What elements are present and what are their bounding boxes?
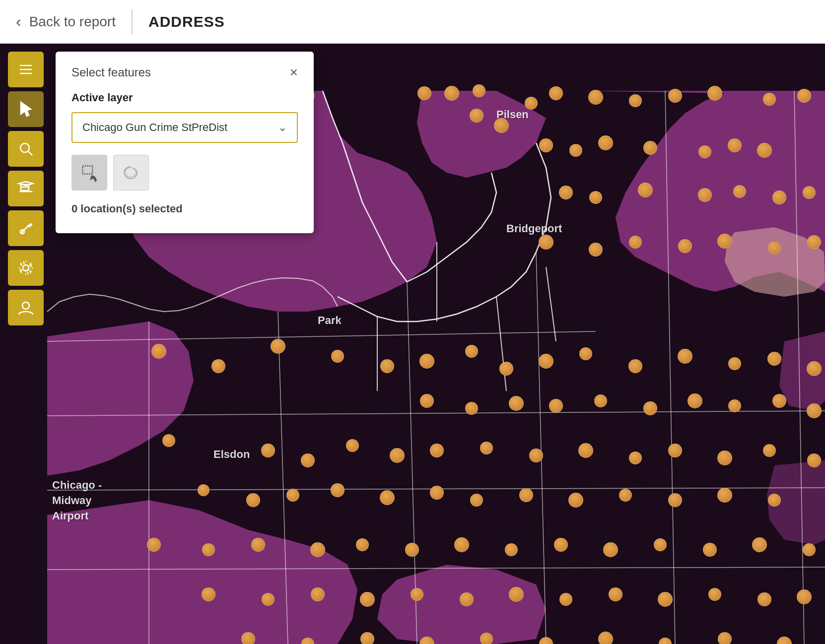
- svg-point-37: [22, 302, 29, 309]
- map-container: Pilsen Bridgeport Park Elsdon Chicago -M…: [0, 44, 825, 644]
- select-button[interactable]: [8, 91, 44, 127]
- svg-point-35: [23, 265, 29, 271]
- select-features-panel: Select features × Active layer Chicago G…: [56, 52, 314, 233]
- settings-button[interactable]: [8, 250, 44, 286]
- svg-marker-27: [21, 102, 31, 116]
- close-panel-button[interactable]: ×: [290, 65, 298, 79]
- search-button[interactable]: [8, 131, 44, 167]
- svg-point-28: [20, 143, 29, 152]
- svg-rect-38: [82, 166, 92, 174]
- svg-marker-39: [90, 175, 97, 182]
- svg-point-40: [125, 168, 136, 177]
- panel-header: Select features ×: [71, 65, 298, 79]
- tools-button[interactable]: [8, 210, 44, 246]
- panel-title: Select features: [71, 65, 151, 79]
- layer-name: Chicago Gun Crime StPreDist: [82, 121, 227, 134]
- rectangle-select-icon: [80, 163, 99, 182]
- header-divider: [132, 9, 133, 34]
- menu-icon: [17, 61, 35, 78]
- layers-icon: [17, 180, 35, 197]
- page-title: ADDRESS: [148, 13, 225, 30]
- search-icon: [17, 140, 35, 158]
- active-layer-label: Active layer: [71, 91, 298, 104]
- cursor-icon: [17, 100, 35, 118]
- chevron-down-icon: ⌄: [278, 121, 287, 134]
- user-icon: [17, 299, 35, 317]
- svg-line-29: [28, 151, 32, 155]
- wrench-icon: [17, 219, 35, 237]
- menu-button[interactable]: [8, 52, 44, 87]
- header: ‹ Back to report ADDRESS: [0, 0, 825, 44]
- gear-icon: [17, 259, 35, 277]
- layer-dropdown[interactable]: Chicago Gun Crime StPreDist ⌄: [71, 112, 298, 143]
- lasso-select-tool[interactable]: [113, 155, 149, 191]
- toolbar: [8, 52, 44, 325]
- rectangle-select-tool[interactable]: [71, 155, 107, 191]
- back-label: Back to report: [29, 14, 116, 30]
- back-button[interactable]: ‹ Back to report: [16, 12, 116, 31]
- svg-marker-7: [779, 331, 825, 411]
- tool-options: [71, 155, 298, 191]
- user-button[interactable]: [8, 290, 44, 325]
- lasso-select-icon: [122, 163, 140, 182]
- selection-count: 0 location(s) selected: [71, 202, 298, 215]
- layers-button[interactable]: [8, 171, 44, 206]
- back-arrow-icon: ‹: [16, 12, 21, 31]
